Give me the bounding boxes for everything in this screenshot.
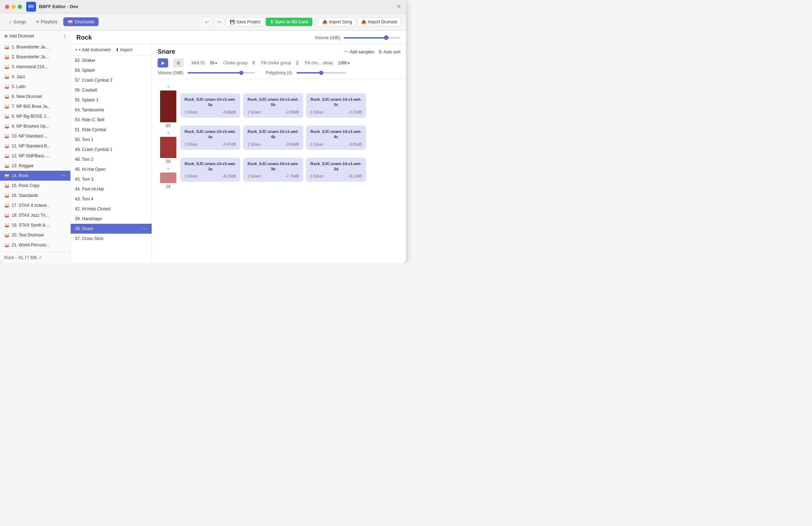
minimize-traffic-light[interactable] [11,5,16,9]
sidebar-item[interactable]: 🥁 8. NP Big BOSE J... [0,111,70,121]
app-logo: BB [26,2,36,12]
instrument-item[interactable]: 53. Ride C. Bell [71,115,152,125]
midi-id-value[interactable]: 38 ▾ [210,60,217,65]
velocity-bar-2[interactable] [160,137,176,158]
checkmark-icon: ✓ [39,255,42,260]
sample-card[interactable]: Rock_SJC-snare-14-v1-wet-5c 1.53sec -2.3… [306,93,366,118]
sidebar-item[interactable]: 🥁 15. Rock Copy [0,181,70,191]
instrument-volume-slider[interactable] [188,72,255,74]
drumset-icon: 🥁 [4,173,10,178]
volume-slider[interactable] [344,37,400,39]
instrument-item[interactable]: 54. Tambourine [71,105,152,115]
sort-button[interactable]: ↕ [64,33,66,39]
close-button[interactable]: ✕ [396,3,401,10]
sidebar-item[interactable]: 🥁 4. Jazz [0,72,70,82]
sidebar-item[interactable]: 🥁 6. New Drumset [0,92,70,101]
sync-button[interactable]: ⬆ Sync to SD Card [266,18,312,26]
sample-card[interactable]: Rock_SJC-snare-14-v1-wet-4b 1.53sec -3.9… [243,125,303,150]
toolbar: ♪ Songs ≡ Playlists 🥁 Drumsets ↩ ↪ 💾 Sav… [0,13,406,30]
import-drumset-button[interactable]: 📥 Import Drumset [357,17,401,27]
drumset-icon: 🥁 [4,163,10,168]
auto-sort-button[interactable]: ⇅ Auto sort [378,49,400,54]
instrument-list: 82. Shaker 59. Splash 57. Crash Cymbal 2… [71,55,152,263]
tab-drumsets[interactable]: 🥁 Drumsets [63,17,99,26]
playlists-icon: ≡ [36,19,39,24]
sidebar-item[interactable]: 🥁 2. Bosendorfer Ja... [0,52,70,62]
maximize-traffic-light[interactable] [18,5,22,9]
save-project-button[interactable]: 💾 Save Project [226,17,264,27]
sidebar-item[interactable]: 🥁 10. NP Standard ... [0,131,70,141]
sample-card[interactable]: Rock_SJC-snare-14-v1-wet-5a 1.53sec -0.8… [180,93,240,118]
sidebar-item-active[interactable]: 🥁 14. Rock ⋯ [0,171,70,181]
drumset-icon: 🥁 [4,114,10,119]
instrument-item[interactable]: 42. Hi-Hats Closed [71,204,152,214]
sidebar-item[interactable]: 🥁 7. NP BIG Bose Ja... [0,101,70,111]
add-drumset-button[interactable]: ⊕ Add Drumset [4,34,34,39]
grid-tab-button[interactable]: ⊞ [173,58,184,68]
instrument-item[interactable]: 49. Crash Cymbal 1 [71,145,152,154]
add-instrument-button[interactable]: + + Add Instrument [75,47,111,52]
sidebar-item[interactable]: 🥁 9. NP Brushes Up... [0,121,70,131]
close-traffic-light[interactable] [5,5,9,9]
sample-card[interactable]: Rock_SJC-snare-14-v1-wet-3b 1.53sec -7.7… [243,158,303,182]
instrument-item[interactable]: 45. Tom 3 [71,174,152,184]
sidebar-item[interactable]: 🥁 18. STAX Jazz Tri... [0,210,70,220]
sample-card[interactable]: Rock_SJC-snare-14-v1-wet-4a 1.53sec -4.4… [180,125,240,150]
sidebar-item[interactable]: 🥁 3. Hammond 216... [0,62,70,72]
instrument-item[interactable]: 37. Cross Stick [71,234,152,244]
fill-choke-label: Fill choke group [261,60,291,65]
add-samples-button[interactable]: 〰 Add samples [344,49,374,54]
instrument-item[interactable]: 39. Handclaps [71,214,152,224]
add-velocity-group-bot[interactable]: + [166,165,170,172]
sidebar-item[interactable]: 🥁 1. Bosendorfer Ja... [0,42,70,52]
drumset-header: Rock Volume (0dB) [71,30,406,45]
redo-button[interactable]: ↪ [214,17,224,27]
instrument-item[interactable]: 59. Splash [71,65,152,75]
instrument-item[interactable]: 46. Hi-Hat Open [71,164,152,174]
add-velocity-group-top[interactable]: + [166,83,170,90]
sample-card[interactable]: Rock_SJC-snare-14-v1-wet-3d 1.53sec -8.1… [306,158,366,182]
volume-label: Volume (0dB) [314,35,340,40]
sidebar-item[interactable]: 🥁 16. Standards [0,191,70,200]
sample-card[interactable]: Rock_SJC-snare-14-v1-wet-5b 1.53sec -2.0… [243,93,303,118]
sidebar-item[interactable]: 🥁 19. STAX Synth & ... [0,220,70,230]
sidebar-item[interactable]: 🥁 5. Latin [0,82,70,92]
import-instrument-button[interactable]: ⬇ Import [116,47,132,52]
more-dots-icon[interactable]: ⋯ [143,226,147,231]
fill-choke-value: 2 [296,60,299,65]
sidebar-item[interactable]: 🥁 21. World Percuss... [0,240,70,250]
more-dots-icon[interactable]: ⋯ [62,173,66,178]
sample-name: Rock_SJC-snare-14-v1-wet-5c [310,97,362,108]
velocity-value-2: 56 [166,159,170,164]
velocity-bar-3[interactable] [160,173,176,183]
instrument-item[interactable]: 51. Ride Cymbal [71,125,152,135]
velocity-bar-group-3: 29 [160,173,176,189]
instrument-item-active[interactable]: 38. Snare ⋯ [71,224,152,234]
add-velocity-group-mid[interactable]: + [166,130,170,136]
instrument-item[interactable]: 44. Foot Hi-Hat [71,184,152,194]
undo-button[interactable]: ↩ [202,17,212,27]
import-song-button[interactable]: 📥 Import Song [318,17,356,27]
tab-songs[interactable]: ♪ Songs [5,17,30,26]
instrument-item[interactable]: 82. Shaker [71,55,152,65]
sidebar-item[interactable]: 🥁 17. STAX 4 octave... [0,200,70,210]
footer-status-text: Rock – 91.77 MB [4,255,37,260]
wave-tab-button[interactable]: ▶ [158,58,168,68]
instrument-item[interactable]: 48. Tom 2 [71,154,152,164]
drumset-icon: 🥁 [4,223,10,228]
polyphony-slider[interactable] [296,72,346,74]
instrument-item[interactable]: 57. Crash Cymbal 2 [71,75,152,85]
velocity-bar-1[interactable] [160,90,176,122]
instrument-item[interactable]: 43. Tom 4 [71,194,152,204]
instrument-item[interactable]: 50. Tom 1 [71,135,152,145]
sidebar-item[interactable]: 🥁 11. NP Standard B... [0,141,70,151]
sidebar-item[interactable]: 🥁 13. Reggae [0,161,70,171]
fill-delay-value[interactable]: 1/8th ▾ [338,60,350,65]
sample-card[interactable]: Rock_SJC-snare-14-v1-wet-3a 1.53sec -8.1… [180,158,240,182]
sidebar-item[interactable]: 🥁 12. NP StdPBass ... [0,151,70,161]
sample-card[interactable]: Rock_SJC-snare-14-v1-wet-4c 1.53sec -3.8… [306,125,366,150]
instrument-item[interactable]: 55. Splash 1 [71,95,152,105]
tab-playlists[interactable]: ≡ Playlists [32,17,61,26]
sidebar-item[interactable]: 🥁 20. Test Drumset [0,230,70,240]
instrument-item[interactable]: 56. Cowbell [71,85,152,95]
